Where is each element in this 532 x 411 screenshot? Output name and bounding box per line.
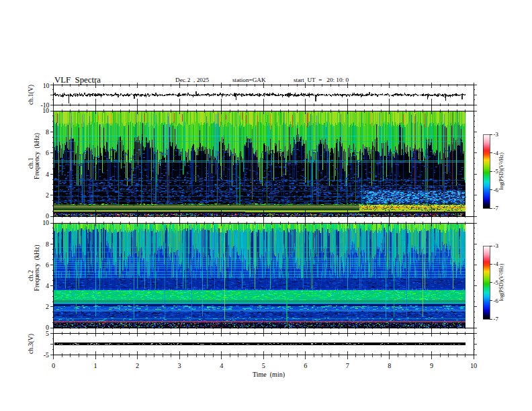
svg-text:-5: -5 (44, 351, 49, 359)
svg-text:VLF Spectra: VLF Spectra (54, 75, 101, 85)
svg-text:8: 8 (46, 128, 49, 136)
svg-text:0: 0 (52, 362, 55, 369)
svg-text:-7: -7 (494, 316, 499, 322)
svg-text:3: 3 (178, 362, 181, 369)
svg-text:2: 2 (46, 303, 49, 310)
svg-text:6: 6 (46, 149, 49, 156)
svg-text:start UT = 20: 10: 0: start UT = 20: 10: 0 (294, 77, 349, 83)
svg-text:log(PSD)(V2/Hz): log(PSD)(V2/Hz) (498, 263, 505, 301)
svg-text:4: 4 (46, 282, 49, 289)
svg-text:4: 4 (46, 171, 49, 178)
svg-text:Frequency (kHz): Frequency (kHz) (33, 133, 41, 179)
svg-text:5: 5 (262, 362, 265, 369)
svg-text:ch.1(V): ch.1(V) (27, 85, 35, 105)
svg-text:station=GAK: station=GAK (232, 77, 266, 83)
svg-text:6: 6 (46, 261, 49, 269)
svg-text:10: 10 (42, 219, 49, 226)
svg-text:1: 1 (94, 362, 97, 369)
svg-text:-3: -3 (494, 131, 499, 138)
svg-text:8: 8 (388, 362, 391, 369)
svg-text:8: 8 (46, 240, 49, 248)
svg-text:10: 10 (43, 82, 50, 89)
svg-text:2: 2 (46, 191, 49, 199)
svg-text:Dec. 2 , 2025: Dec. 2 , 2025 (175, 77, 209, 83)
svg-text:-7: -7 (494, 205, 499, 212)
svg-text:6: 6 (304, 362, 307, 369)
svg-text:7: 7 (346, 362, 349, 369)
svg-text:2: 2 (136, 362, 139, 369)
svg-text:9: 9 (430, 362, 433, 369)
svg-text:10: 10 (42, 107, 49, 114)
svg-text:4: 4 (220, 362, 223, 369)
svg-text:Time (min): Time (min) (253, 371, 285, 379)
svg-text:ch.3(V): ch.3(V) (27, 334, 35, 354)
svg-text:5: 5 (46, 330, 49, 337)
svg-text:10: 10 (470, 362, 477, 369)
svg-text:Frequency (kHz): Frequency (kHz) (33, 244, 41, 291)
svg-text:-3: -3 (494, 242, 499, 249)
svg-text:log(PSD)(V2/Hz): log(PSD)(V2/Hz) (498, 152, 505, 190)
